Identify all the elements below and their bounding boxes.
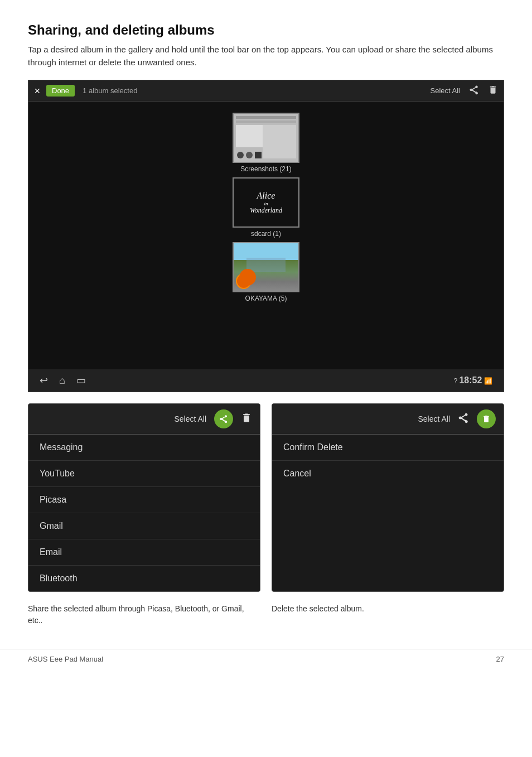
- status-bar: ? 18:52 📶: [453, 375, 492, 385]
- battery-icon: 📶: [484, 377, 492, 385]
- signal-icon: ?: [453, 377, 459, 385]
- share-caption: Share the selected album through Picasa,…: [28, 603, 260, 626]
- album-label-okayama: OKAYAMA (5): [245, 295, 287, 302]
- bottom-nav-icons: ↩ ⌂ ▭: [40, 374, 86, 387]
- recent-nav-icon[interactable]: ▭: [76, 374, 86, 387]
- share-icon-left[interactable]: [214, 409, 233, 428]
- cancel-item[interactable]: Cancel: [272, 461, 504, 486]
- share-select-all[interactable]: Select All: [174, 414, 206, 423]
- selected-label: 1 album selected: [83, 86, 137, 95]
- album-screenshots[interactable]: Screenshots (21): [233, 113, 299, 173]
- gallery-toolbar: ✕ Done 1 album selected Select All: [28, 80, 504, 102]
- home-nav-icon[interactable]: ⌂: [59, 375, 65, 387]
- delete-icon-top[interactable]: [488, 85, 498, 97]
- done-button[interactable]: Done: [46, 85, 75, 97]
- share-menu: Messaging YouTube Picasa Gmail Email Blu…: [28, 435, 260, 591]
- page-content: Sharing, and deleting albums Tap a desir…: [0, 0, 532, 649]
- delete-panel-header: Select All: [272, 404, 504, 435]
- toolbar-right: Select All: [431, 85, 498, 97]
- menu-item-gmail[interactable]: Gmail: [28, 513, 260, 539]
- footer-manual-title: ASUS Eee Pad Manual: [28, 655, 103, 663]
- album-label-screenshots: Screenshots (21): [240, 165, 291, 173]
- share-panel: Select All Messaging YouTube: [28, 403, 260, 592]
- album-sdcard[interactable]: Alice in Wonderland sdcard (1): [233, 177, 299, 238]
- menu-item-bluetooth[interactable]: Bluetooth: [28, 566, 260, 591]
- share-icon-top[interactable]: [469, 85, 479, 97]
- select-all-button[interactable]: Select All: [431, 86, 460, 95]
- menu-item-email[interactable]: Email: [28, 539, 260, 566]
- share-panel-header: Select All: [28, 404, 260, 435]
- delete-caption: Delete the selected album.: [272, 603, 504, 626]
- page-footer: ASUS Eee Pad Manual 27: [0, 649, 532, 669]
- delete-panel: Select All Confirm Delete Cancel: [272, 403, 504, 592]
- delete-menu: Confirm Delete Cancel: [272, 435, 504, 486]
- gallery-bottom-bar: ↩ ⌂ ▭ ? 18:52 📶: [28, 369, 504, 392]
- page-title: Sharing, and deleting albums: [28, 22, 504, 38]
- trash-icon-right[interactable]: [477, 409, 496, 428]
- menu-item-youtube[interactable]: YouTube: [28, 461, 260, 487]
- page-description: Tap a desired album in the gallery and h…: [28, 44, 504, 69]
- toolbar-done-area: ✕ Done 1 album selected: [34, 85, 137, 97]
- album-okayama[interactable]: OKAYAMA (5): [233, 242, 299, 302]
- delete-select-all[interactable]: Select All: [418, 414, 450, 423]
- menu-item-picasa[interactable]: Picasa: [28, 487, 260, 513]
- share-icon-right[interactable]: [458, 412, 469, 426]
- gallery-screenshot: ✕ Done 1 album selected Select All: [28, 80, 504, 392]
- captions-row: Share the selected album through Picasa,…: [28, 603, 504, 626]
- album-thumb-okayama: [233, 242, 299, 292]
- panels-row: Select All Messaging YouTube: [28, 403, 504, 592]
- back-nav-icon[interactable]: ↩: [40, 374, 48, 387]
- album-thumb-screenshots: [233, 113, 299, 163]
- trash-circle-button[interactable]: [477, 409, 496, 428]
- footer-page-number: 27: [496, 655, 504, 663]
- album-label-sdcard: sdcard (1): [251, 230, 281, 238]
- album-thumb-sdcard: Alice in Wonderland: [233, 177, 299, 228]
- confirm-delete-item[interactable]: Confirm Delete: [272, 435, 504, 461]
- time-display: 18:52: [459, 375, 482, 385]
- albums-area: Screenshots (21) Alice in Wonderland sdc…: [28, 102, 504, 314]
- close-icon: ✕: [34, 86, 41, 95]
- share-circle-button[interactable]: [214, 409, 233, 428]
- trash-icon-left[interactable]: [241, 412, 252, 426]
- menu-item-messaging[interactable]: Messaging: [28, 435, 260, 461]
